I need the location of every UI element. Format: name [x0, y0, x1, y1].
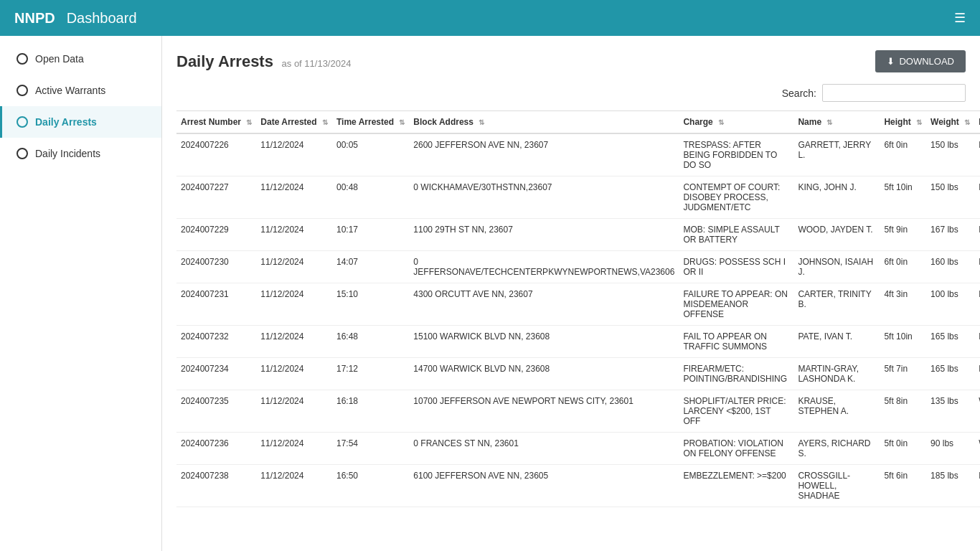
download-label: DOWNLOAD — [899, 56, 954, 67]
cell-block-address: 1100 29TH ST NN, 23607 — [409, 219, 679, 251]
cell-date-arrested: 11/12/2024 — [256, 390, 332, 433]
cell-arrest-number: 2024007234 — [176, 358, 256, 390]
cell-weight: 135 lbs — [926, 390, 974, 433]
cell-time-arrested: 16:50 — [332, 465, 409, 507]
cell-arrest-number: 2024007229 — [176, 219, 256, 251]
cell-charge: FIREARM/ETC: POINTING/BRANDISHING — [679, 358, 793, 390]
sidebar-item-daily-incidents[interactable]: Daily Incidents — [0, 138, 161, 169]
table-row: 2024007230 11/12/2024 14:07 0 JEFFERSONA… — [176, 251, 980, 283]
cell-race: W — [974, 433, 980, 465]
col-header-date-arrested[interactable]: Date Arrested ⇅ — [256, 111, 332, 134]
table-header: Arrest Number ⇅ Date Arrested ⇅ Time Arr… — [176, 111, 980, 134]
cell-arrest-number: 2024007226 — [176, 133, 256, 176]
cell-date-arrested: 11/12/2024 — [256, 433, 332, 465]
cell-date-arrested: 11/12/2024 — [256, 219, 332, 251]
table-row: 2024007238 11/12/2024 16:50 6100 JEFFERS… — [176, 465, 980, 507]
cell-race: B — [974, 176, 980, 219]
sidebar-label-active-warrants: Active Warrants — [35, 85, 105, 96]
header-title-bold: NNPD — [14, 10, 55, 27]
cell-charge: EMBEZZLEMENT: >=$200 — [679, 465, 793, 507]
cell-block-address: 15100 WARWICK BLVD NN, 23608 — [409, 326, 679, 358]
page-subtitle: as of 11/13/2024 — [282, 58, 352, 69]
table-row: 2024007236 11/12/2024 17:54 0 FRANCES ST… — [176, 433, 980, 465]
cell-name: AYERS, RICHARD S. — [793, 433, 880, 465]
cell-race: W — [974, 390, 980, 433]
cell-name: MARTIN-GRAY, LASHONDA K. — [793, 358, 880, 390]
cell-weight: 185 lbs — [926, 465, 974, 507]
search-input[interactable] — [822, 84, 966, 102]
cell-height: 5ft 6in — [880, 465, 926, 507]
col-header-race[interactable]: Race ⇅ — [974, 111, 980, 134]
cell-time-arrested: 00:05 — [332, 133, 409, 176]
cell-name: KING, JOHN J. — [793, 176, 880, 219]
cell-block-address: 10700 JEFFERSON AVE NEWPORT NEWS CITY, 2… — [409, 390, 679, 433]
cell-race: B — [974, 219, 980, 251]
cell-name: WOOD, JAYDEN T. — [793, 219, 880, 251]
cell-block-address: 0 WICKHAMAVE/30THSTNN,23607 — [409, 176, 679, 219]
cell-weight: 100 lbs — [926, 283, 974, 326]
cell-time-arrested: 16:48 — [332, 326, 409, 358]
sidebar-label-daily-arrests: Daily Arrests — [35, 116, 97, 128]
cell-weight: 165 lbs — [926, 326, 974, 358]
search-label: Search: — [782, 88, 816, 99]
cell-time-arrested: 10:17 — [332, 219, 409, 251]
cell-date-arrested: 11/12/2024 — [256, 251, 332, 283]
col-header-height[interactable]: Height ⇅ — [880, 111, 926, 134]
cell-name: CROSSGILL-HOWELL, SHADHAE — [793, 465, 880, 507]
table-row: 2024007227 11/12/2024 00:48 0 WICKHAMAVE… — [176, 176, 980, 219]
circle-icon-daily-incidents — [17, 148, 28, 159]
cell-height: 5ft 10in — [880, 176, 926, 219]
cell-height: 5ft 9in — [880, 219, 926, 251]
cell-block-address: 0 JEFFERSONAVE/TECHCENTERPKWYNEWPORTNEWS… — [409, 251, 679, 283]
cell-weight: 167 lbs — [926, 219, 974, 251]
cell-time-arrested: 14:07 — [332, 251, 409, 283]
page-title: Daily Arrests — [176, 52, 273, 70]
col-header-name[interactable]: Name ⇅ — [793, 111, 880, 134]
sort-icon-address: ⇅ — [479, 118, 484, 126]
table-row: 2024007226 11/12/2024 00:05 2600 JEFFERS… — [176, 133, 980, 176]
cell-height: 4ft 3in — [880, 283, 926, 326]
col-header-charge[interactable]: Charge ⇅ — [679, 111, 793, 134]
download-button[interactable]: ⬇ DOWNLOAD — [875, 50, 966, 72]
cell-weight: 160 lbs — [926, 251, 974, 283]
cell-time-arrested: 15:10 — [332, 283, 409, 326]
cell-height: 5ft 0in — [880, 433, 926, 465]
cell-name: JOHNSON, ISAIAH J. — [793, 251, 880, 283]
hamburger-icon[interactable]: ☰ — [954, 10, 966, 26]
cell-height: 5ft 7in — [880, 358, 926, 390]
col-header-weight[interactable]: Weight ⇅ — [926, 111, 974, 134]
cell-height: 5ft 10in — [880, 326, 926, 358]
col-header-time-arrested[interactable]: Time Arrested ⇅ — [332, 111, 409, 134]
cell-charge: SHOPLIFT/ALTER PRICE: LARCENY <$200, 1ST… — [679, 390, 793, 433]
cell-time-arrested: 17:12 — [332, 358, 409, 390]
col-header-arrest-number[interactable]: Arrest Number ⇅ — [176, 111, 256, 134]
cell-date-arrested: 11/12/2024 — [256, 358, 332, 390]
cell-weight: 150 lbs — [926, 176, 974, 219]
cell-height: 6ft 0in — [880, 133, 926, 176]
cell-name: PATE, IVAN T. — [793, 326, 880, 358]
app-header: NNPD Dashboard ☰ — [0, 0, 980, 36]
circle-icon-active-warrants — [17, 85, 28, 96]
cell-race: B — [974, 326, 980, 358]
table-row: 2024007231 11/12/2024 15:10 4300 ORCUTT … — [176, 283, 980, 326]
cell-date-arrested: 11/12/2024 — [256, 176, 332, 219]
col-header-block-address[interactable]: Block Address ⇅ — [409, 111, 679, 134]
cell-race: B — [974, 283, 980, 326]
cell-arrest-number: 2024007232 — [176, 326, 256, 358]
cell-block-address: 4300 ORCUTT AVE NN, 23607 — [409, 283, 679, 326]
header-title-normal: Dashboard — [67, 10, 137, 27]
table-header-row: Arrest Number ⇅ Date Arrested ⇅ Time Arr… — [176, 111, 980, 134]
sidebar-item-open-data[interactable]: Open Data — [0, 43, 161, 75]
sort-icon-time: ⇅ — [399, 118, 405, 126]
cell-block-address: 2600 JEFFERSON AVE NN, 23607 — [409, 133, 679, 176]
cell-arrest-number: 2024007238 — [176, 465, 256, 507]
sidebar-item-active-warrants[interactable]: Active Warrants — [0, 75, 161, 106]
sidebar-item-daily-arrests[interactable]: Daily Arrests — [0, 106, 161, 138]
main-content: Daily Arrests as of 11/13/2024 ⬇ DOWNLOA… — [162, 36, 980, 551]
cell-race: B — [974, 133, 980, 176]
cell-time-arrested: 17:54 — [332, 433, 409, 465]
cell-race: B — [974, 465, 980, 507]
table-row: 2024007229 11/12/2024 10:17 1100 29TH ST… — [176, 219, 980, 251]
cell-arrest-number: 2024007236 — [176, 433, 256, 465]
cell-arrest-number: 2024007235 — [176, 390, 256, 433]
